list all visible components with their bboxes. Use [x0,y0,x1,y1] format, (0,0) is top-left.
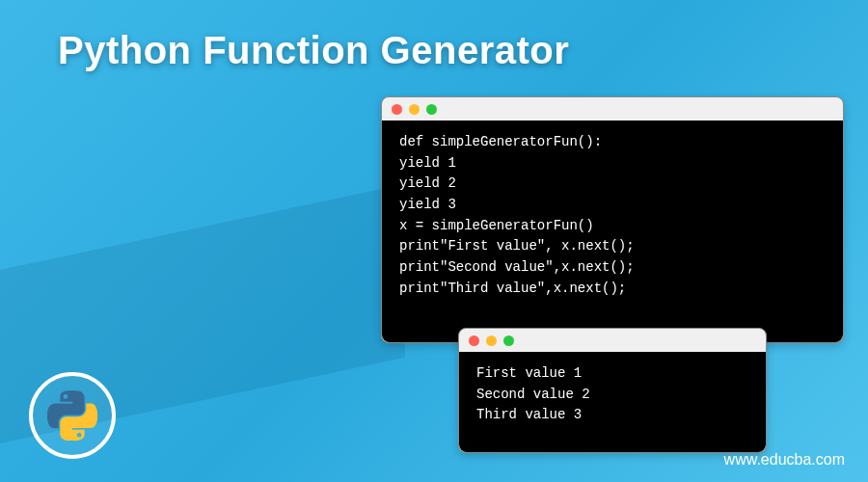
maximize-icon[interactable] [503,335,514,346]
code-body: def simpleGeneratorFun(): yield 1 yield … [382,120,843,342]
page-title: Python Function Generator [58,29,569,72]
code-line: yield 3 [399,195,826,216]
window-titlebar [382,97,843,120]
code-line: print"Second value",x.next(); [399,257,826,279]
code-line: x = simpleGeneratorFun() [399,216,826,237]
close-icon[interactable] [469,335,479,346]
code-line: yield 1 [399,153,826,174]
code-line: def simpleGeneratorFun(): [399,132,826,153]
output-body: First value 1 Second value 2 Third value… [459,352,766,452]
output-window: First value 1 Second value 2 Third value… [458,328,767,453]
minimize-icon[interactable] [486,335,497,346]
output-line: First value 1 [476,363,748,385]
window-titlebar [459,329,766,352]
output-line: Third value 3 [476,405,748,426]
site-url: www.educba.com [724,451,845,469]
brand-logo-ring [29,372,116,459]
code-line: print"Third value",x.next(); [399,279,826,300]
code-line: print"First value", x.next(); [399,236,826,257]
maximize-icon[interactable] [426,104,437,115]
close-icon[interactable] [392,104,402,115]
minimize-icon[interactable] [409,104,420,115]
code-line: yield 2 [399,174,826,195]
code-editor-window: def simpleGeneratorFun(): yield 1 yield … [381,96,844,343]
python-icon [47,390,97,441]
output-line: Second value 2 [476,385,748,406]
